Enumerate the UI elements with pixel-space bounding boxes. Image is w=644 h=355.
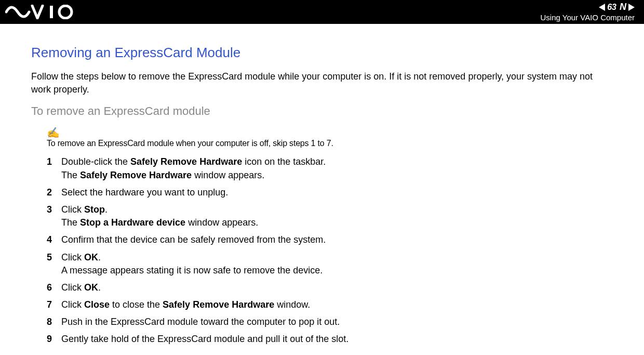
step-line: Gently take hold of the ExpressCard modu… [61, 333, 613, 346]
svg-point-1 [59, 6, 72, 18]
intro-paragraph: Follow the steps below to remove the Exp… [31, 70, 613, 96]
step-number: 7 [47, 298, 61, 311]
header-subtitle: Using Your VAIO Computer [541, 14, 635, 22]
step-line: A message appears stating it is now safe… [61, 264, 613, 277]
n-letter: N [620, 2, 626, 12]
vaio-logo-svg [5, 5, 83, 19]
step-row: 8Push in the ExpressCard module toward t… [47, 315, 613, 328]
step-body: Confirm that the device can be safely re… [61, 233, 613, 246]
step-row: 2Select the hardware you want to unplug. [47, 186, 613, 199]
step-line: Double-click the Safely Remove Hardware … [61, 155, 613, 168]
step-line: Click Close to close the Safely Remove H… [61, 298, 613, 311]
step-body: Click OK.A message appears stating it is… [61, 251, 613, 277]
step-line: Select the hardware you want to unplug. [61, 186, 613, 199]
step-number: 8 [47, 315, 61, 328]
step-number: 2 [47, 186, 61, 199]
vaio-logo [5, 5, 83, 19]
step-body: Click OK. [61, 281, 613, 294]
note-block: ✍ To remove an ExpressCard module when y… [47, 127, 613, 148]
step-row: 6Click OK. [47, 281, 613, 294]
step-number: 3 [47, 203, 61, 216]
step-body: Double-click the Safely Remove Hardware … [61, 155, 613, 181]
step-line: Click OK. [61, 251, 613, 264]
step-row: 7Click Close to close the Safely Remove … [47, 298, 613, 311]
page-header: 63 N Using Your VAIO Computer [0, 0, 644, 24]
step-line: The Stop a Hardware device window appear… [61, 216, 613, 229]
step-line: Confirm that the device can be safely re… [61, 233, 613, 246]
step-body: Click Close to close the Safely Remove H… [61, 298, 613, 311]
step-number: 9 [47, 333, 61, 346]
subheading: To remove an ExpressCard module [31, 104, 613, 118]
step-line: Click OK. [61, 281, 613, 294]
step-body: Select the hardware you want to unplug. [61, 186, 613, 199]
step-body: Push in the ExpressCard module toward th… [61, 315, 613, 328]
step-number: 5 [47, 251, 61, 264]
step-line: Click Stop. [61, 203, 613, 216]
step-line: Push in the ExpressCard module toward th… [61, 315, 613, 328]
page-nav: 63 N [541, 2, 635, 12]
page-content: Removing an ExpressCard Module Follow th… [0, 24, 644, 355]
step-body: Gently take hold of the ExpressCard modu… [61, 333, 613, 346]
step-row: 1Double-click the Safely Remove Hardware… [47, 155, 613, 181]
step-number: 1 [47, 155, 61, 168]
page-title: Removing an ExpressCard Module [31, 45, 613, 61]
note-icon: ✍ [47, 127, 613, 138]
step-number: 4 [47, 233, 61, 246]
page-number: 63 [607, 3, 616, 12]
step-row: 3Click Stop.The Stop a Hardware device w… [47, 203, 613, 229]
prev-page-arrow-icon[interactable] [599, 4, 605, 11]
next-page-arrow-icon[interactable] [628, 4, 635, 11]
step-body: Click Stop.The Stop a Hardware device wi… [61, 203, 613, 229]
step-number: 6 [47, 281, 61, 294]
svg-rect-0 [50, 6, 53, 18]
step-row: 9Gently take hold of the ExpressCard mod… [47, 333, 613, 346]
steps-list: 1Double-click the Safely Remove Hardware… [47, 155, 613, 346]
header-right: 63 N Using Your VAIO Computer [541, 2, 635, 22]
note-text: To remove an ExpressCard module when you… [47, 139, 333, 148]
step-row: 5Click OK.A message appears stating it i… [47, 251, 613, 277]
step-line: The Safely Remove Hardware window appear… [61, 169, 613, 182]
step-row: 4Confirm that the device can be safely r… [47, 233, 613, 246]
